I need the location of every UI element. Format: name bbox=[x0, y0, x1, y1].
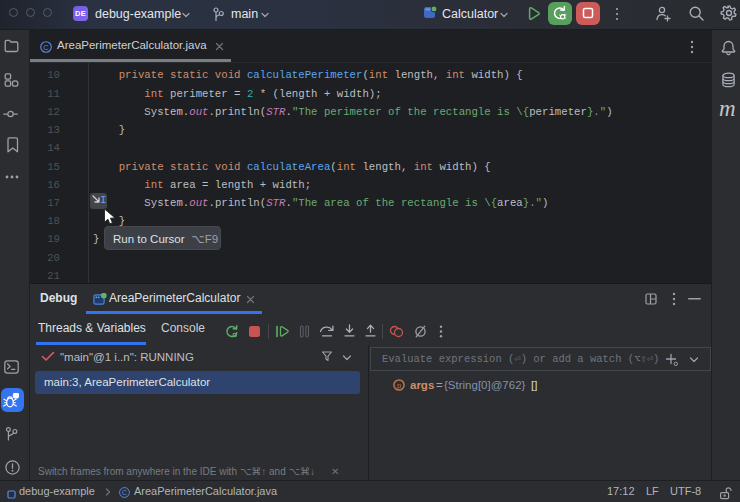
svg-text:p: p bbox=[397, 381, 401, 390]
svg-text:C: C bbox=[43, 43, 49, 52]
svg-text:C: C bbox=[122, 489, 127, 496]
